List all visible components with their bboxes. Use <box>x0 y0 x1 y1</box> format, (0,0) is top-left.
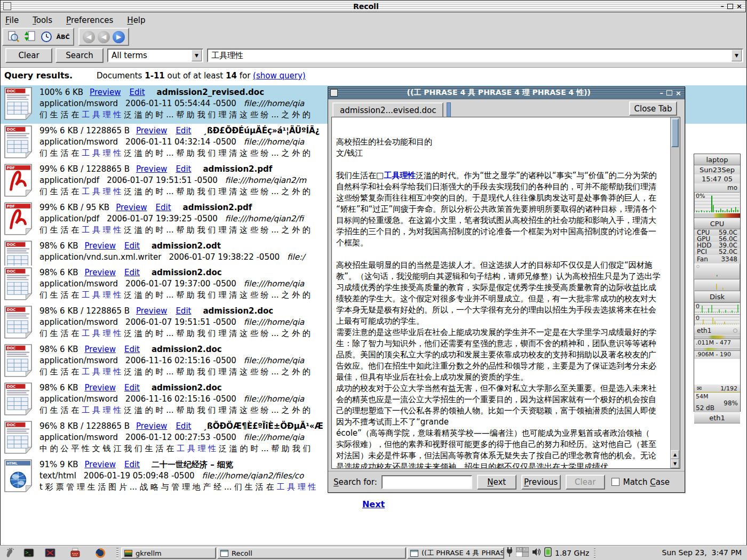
menu-help[interactable]: Help <box>127 15 145 25</box>
taskbar-handle[interactable] <box>116 548 118 558</box>
preview-link[interactable]: Preview <box>85 383 116 393</box>
preview-link[interactable]: Preview <box>85 345 116 354</box>
chevron-down-icon[interactable]: ▼ <box>192 50 202 61</box>
result-url: file:///home/qian2/fi <box>225 214 304 223</box>
clear-button[interactable]: Clear <box>5 48 52 63</box>
gnome-foot-icon[interactable] <box>4 547 16 559</box>
maximize-icon[interactable] <box>727 4 733 9</box>
sensor-row: PCI52.0C <box>694 249 740 255</box>
query-history-dropdown-icon[interactable]: ▼ <box>732 50 742 61</box>
edit-link[interactable]: Edit <box>124 383 140 393</box>
menu-preferences[interactable]: Preferences <box>66 15 113 25</box>
window-app-icon <box>410 550 418 557</box>
preview-link[interactable]: Preview <box>90 87 121 97</box>
search-mode-combobox[interactable]: All terms ▼ <box>107 49 203 62</box>
preview-document-icon[interactable] <box>6 30 20 44</box>
result-meta: 98% 6 KB / 1228865 B <box>39 306 130 316</box>
find-next-button[interactable]: Next <box>477 475 516 490</box>
result-date: 2006-01-07 19:38:22 -0500 <box>169 252 280 262</box>
preview-link[interactable]: Preview <box>136 421 167 431</box>
secondary-chart <box>694 279 740 291</box>
edit-link[interactable]: Edit <box>176 126 191 135</box>
edit-link[interactable]: Edit <box>129 87 145 97</box>
eth-led-icon <box>733 329 737 333</box>
scrollbar-thumb[interactable] <box>671 118 679 147</box>
firefox-icon[interactable] <box>94 547 106 559</box>
edit-link[interactable]: Edit <box>176 306 191 316</box>
next-page-link[interactable]: Next <box>362 499 385 509</box>
terminal-icon[interactable]: >_ <box>23 547 35 559</box>
memory-volume-panel: 54M 98% 52 dB <box>694 392 740 412</box>
gkrellm-panel: laptop Sun23Sep 15:47 05 mo 0% CPU CPU59… <box>694 154 741 412</box>
preview-tab[interactable]: admission2...evised.doc <box>332 102 443 117</box>
volume-speaker-icon[interactable] <box>531 547 541 559</box>
close-icon[interactable]: × <box>736 2 742 10</box>
preview-minimize-icon[interactable]: – <box>660 89 664 97</box>
taskbar-button-preview[interactable]: ((工 PHRASE 4 具 PHRASE ... <box>407 547 504 559</box>
preview-close-icon[interactable]: × <box>676 89 681 97</box>
mail-count: 1/192 <box>720 386 737 391</box>
html-file-icon <box>4 459 32 492</box>
net-krell <box>694 335 740 339</box>
close-tab-button[interactable]: Close Tab <box>629 101 677 116</box>
query-combobox: ▼ <box>207 49 743 62</box>
result-date: 2006-01-12 00:27:53 -0500 <box>125 433 236 442</box>
preview-link[interactable]: Preview <box>136 164 167 174</box>
show-query-link[interactable]: (show query) <box>253 71 306 81</box>
preview-maximize-icon[interactable] <box>666 90 672 95</box>
preview-text-frame: 高校招生的社会功能和目的 文/钱江 我们生活在□工具理性泛滥的时代。作为“世之显… <box>331 117 680 469</box>
sensors-title: CPU <box>694 218 740 229</box>
match-case-checkbox[interactable]: Match Case <box>611 477 670 487</box>
history-clock-icon[interactable] <box>39 30 53 44</box>
query-input[interactable] <box>208 50 732 61</box>
preview-link[interactable]: Preview <box>136 306 167 316</box>
find-clear-button[interactable]: Clear <box>566 475 605 490</box>
find-input[interactable] <box>382 475 472 489</box>
taskbar-clock: Sun Sep 23, 3:47 PM <box>662 548 742 557</box>
edit-link[interactable]: Edit <box>124 268 140 277</box>
edit-link[interactable]: Edit <box>176 164 191 174</box>
preview-link[interactable]: Preview <box>85 241 116 251</box>
minimize-icon[interactable]: – <box>721 2 725 10</box>
workspace-pager-icon[interactable] <box>516 547 529 559</box>
term-explorer-icon[interactable]: ÂBĈ <box>56 30 70 44</box>
edit-link[interactable]: Edit <box>124 460 140 469</box>
menu-file[interactable]: File <box>5 15 19 25</box>
net-rx-row: .011M - 477 <box>694 339 740 347</box>
gkrellm-time: 15:47 05 <box>694 174 740 183</box>
lock-screen-icon[interactable] <box>44 547 56 559</box>
typewriter-icon[interactable] <box>69 547 81 559</box>
scroll-down-icon[interactable]: ▼ <box>671 459 679 468</box>
menu-tools[interactable]: Tools <box>33 15 52 25</box>
preview-link[interactable]: Preview <box>136 126 167 135</box>
preview-scrollbar[interactable]: ▲ ▼ <box>670 117 680 468</box>
preview-link[interactable]: Preview <box>85 460 116 469</box>
edit-link[interactable]: Edit <box>156 203 171 212</box>
result-mime: application/msword <box>39 317 118 327</box>
nav-first-icon[interactable]: ◀ <box>83 31 95 43</box>
nav-forward-icon[interactable]: ▶ <box>113 31 125 43</box>
search-button[interactable]: Search <box>55 48 104 63</box>
taskbar-button-gkrellm[interactable]: gkrellm <box>121 547 216 559</box>
fan-chart <box>694 263 740 279</box>
preview-window-menu-icon[interactable] <box>330 89 338 97</box>
preview-link[interactable]: Preview <box>116 203 147 212</box>
taskbar-button-recoll[interactable]: Recoll <box>217 547 406 559</box>
power-plug-icon[interactable] <box>506 547 513 559</box>
result-date: 2006-01-07 19:37:00 -0500 <box>125 279 236 289</box>
edit-link[interactable]: Edit <box>124 241 140 251</box>
checkbox-icon[interactable] <box>611 478 619 486</box>
cpu-frequency-icon[interactable] <box>544 547 552 559</box>
cpu-krell-slider <box>694 213 740 218</box>
window-menu-icon[interactable] <box>3 2 11 10</box>
scroll-up-icon[interactable]: ▲ <box>671 450 679 459</box>
preview-link[interactable]: Preview <box>85 268 116 277</box>
nav-back-icon[interactable]: ◀ <box>98 31 110 43</box>
result-date: 2006-11-16 02:15:16 -0500 <box>125 394 236 404</box>
edit-link[interactable]: Edit <box>176 421 191 431</box>
edit-link[interactable]: Edit <box>124 345 140 354</box>
mail-row: ✉ 1/192 <box>694 385 740 392</box>
sort-documents-icon[interactable] <box>23 30 37 44</box>
find-previous-button[interactable]: Previous <box>521 475 561 490</box>
disk-read-chart: 0 <box>694 302 740 314</box>
